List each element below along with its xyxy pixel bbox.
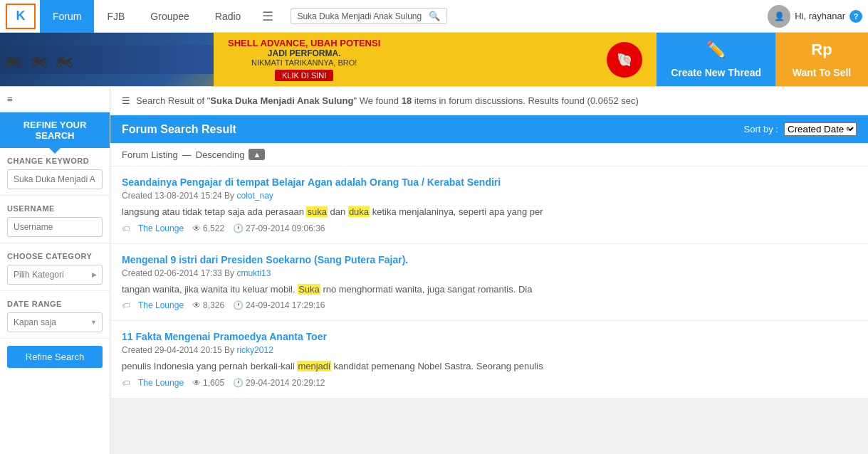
want-sell-label: Want To Sell bbox=[793, 66, 851, 79]
top-navigation: K Forum FJB Groupee Radio ☰ 🔍 👤 Hi, rayh… bbox=[0, 0, 868, 33]
forum-item: Seandainya Pengajar di tempat Belajar Ag… bbox=[110, 167, 868, 244]
category-select[interactable]: Pilih Kategori bbox=[7, 265, 103, 285]
hamburger-icon[interactable]: ☰ bbox=[253, 9, 282, 24]
sort-by-label: Sort by : bbox=[744, 124, 778, 134]
banner-text-block: SHELL ADVANCE, UBAH POTENSI JADI PERFORM… bbox=[228, 38, 380, 81]
item-footer-3: 🏷 The Lounge 👁 1,605 🕐 29-04-2014 20:29:… bbox=[122, 378, 857, 388]
eye-icon-3: 👁 bbox=[192, 378, 201, 388]
forum-item: Mengenal 9 istri dari Presiden Soekarno … bbox=[110, 244, 868, 322]
date-label: DATE RANGE bbox=[7, 300, 103, 308]
banner-row: 🏍 🏍 🏍 SHELL ADVANCE, UBAH POTENSI JADI P… bbox=[0, 33, 868, 87]
help-icon[interactable]: ? bbox=[849, 10, 862, 23]
clock-icon-3: 🕐 bbox=[233, 378, 244, 388]
sidebar-toggle[interactable]: ≡ bbox=[0, 87, 110, 112]
item-views-1: 👁 6,522 bbox=[192, 223, 224, 233]
forum-item: 11 Fakta Mengenai Pramoedya Ananta Toer … bbox=[110, 321, 868, 398]
eye-icon-2: 👁 bbox=[192, 300, 201, 310]
bike-shapes: 🏍 🏍 🏍 bbox=[3, 48, 74, 71]
result-count: 18 bbox=[402, 95, 412, 106]
avatar: 👤 bbox=[768, 5, 790, 28]
create-thread-label: Create New Thread bbox=[671, 66, 761, 79]
nav-search-box: 🔍 bbox=[291, 8, 447, 24]
highlight-3: Suka bbox=[298, 284, 320, 295]
banner-cta[interactable]: KLIK DI SINI bbox=[275, 70, 333, 81]
listing-toggle-button[interactable]: ▲ bbox=[249, 149, 265, 160]
item-title-2[interactable]: Mengenal 9 istri dari Presiden Soekarno … bbox=[122, 254, 857, 265]
shell-logo: 🐚 bbox=[607, 42, 642, 78]
item-title-3[interactable]: 11 Fakta Mengenai Pramoedya Ananta Toer bbox=[122, 331, 857, 342]
want-sell-icon: Rp bbox=[811, 40, 832, 60]
bike-3: 🏍 bbox=[54, 48, 74, 71]
category-select-wrap: Pilih Kategori bbox=[7, 265, 103, 285]
item-author-2[interactable]: cmukti13 bbox=[236, 268, 271, 278]
want-to-sell-button[interactable]: Rp Want To Sell bbox=[775, 33, 868, 86]
username-input[interactable] bbox=[7, 217, 103, 237]
item-category-1[interactable]: The Lounge bbox=[138, 223, 184, 233]
bike-2: 🏍 bbox=[28, 48, 48, 71]
username-filter-section: USERNAME bbox=[0, 196, 110, 243]
bike-1: 🏍 bbox=[3, 48, 23, 71]
item-author-1[interactable]: colot_nay bbox=[236, 191, 273, 201]
banner-sub: JADI PERFORMA. bbox=[228, 48, 380, 58]
sort-select-wrap: Created Date Relevance Views bbox=[784, 122, 857, 136]
keyword-input[interactable] bbox=[7, 169, 103, 189]
create-thread-icon: ✏️ bbox=[706, 40, 726, 60]
refine-your-search-button[interactable]: REFINE YOUR SEARCH bbox=[0, 112, 110, 148]
keyword-label: CHANGE KEYWORD bbox=[7, 157, 103, 165]
item-snippet-3: penulis Indonesia yang pernah berkali-ka… bbox=[122, 359, 857, 374]
banner-bikes: 🏍 🏍 🏍 bbox=[0, 45, 214, 74]
item-category-2[interactable]: The Lounge bbox=[138, 300, 184, 310]
date-select[interactable]: Kapan saja bbox=[7, 312, 103, 332]
forum-listing-bar: Forum Listing — Descending ▲ bbox=[110, 143, 868, 167]
nav-groupee[interactable]: Groupee bbox=[137, 0, 202, 33]
tag-icon-3: 🏷 bbox=[122, 379, 130, 387]
item-title-1[interactable]: Seandainya Pengajar di tempat Belajar Ag… bbox=[122, 176, 857, 188]
username-label: USERNAME bbox=[7, 204, 103, 213]
tag-icon-1: 🏷 bbox=[122, 224, 130, 233]
forum-search-header: Forum Search Result Sort by : Created Da… bbox=[110, 115, 868, 143]
highlight-2: duka bbox=[348, 206, 370, 217]
search-icon[interactable]: 🔍 bbox=[429, 11, 440, 21]
banner-tagline: NIKMATI TARIKANNYA, BRO! bbox=[228, 58, 380, 67]
sort-select[interactable]: Created Date Relevance Views bbox=[784, 122, 857, 136]
keyword-filter-section: CHANGE KEYWORD bbox=[0, 148, 110, 196]
banner-brand: SHELL ADVANCE, UBAH POTENSI bbox=[228, 38, 380, 48]
banner-content: SHELL ADVANCE, UBAH POTENSI JADI PERFORM… bbox=[214, 33, 657, 86]
user-area: 👤 Hi, rayhanar ? bbox=[768, 5, 862, 28]
create-thread-button[interactable]: ✏️ Create New Thread bbox=[657, 33, 775, 86]
search-keyword: Suka Duka Menjadi Anak Sulung bbox=[210, 95, 353, 106]
item-date-2: 🕐 24-09-2014 17:29:16 bbox=[233, 300, 325, 310]
content-area: ☰ Search Result of "Suka Duka Menjadi An… bbox=[110, 87, 868, 454]
item-meta-2: Created 02-06-2014 17:33 By cmukti13 bbox=[122, 268, 857, 278]
list-icon: ≡ bbox=[7, 94, 13, 105]
item-author-3[interactable]: ricky2012 bbox=[236, 345, 273, 355]
nav-radio[interactable]: Radio bbox=[202, 0, 254, 33]
refine-submit-button[interactable]: Refine Search bbox=[7, 346, 103, 368]
nav-forum[interactable]: Forum bbox=[40, 0, 94, 33]
search-input[interactable] bbox=[297, 11, 429, 21]
nav-fjb[interactable]: FJB bbox=[94, 0, 137, 33]
search-result-text: Search Result of "Suka Duka Menjadi Anak… bbox=[136, 95, 639, 106]
sort-by-area: Sort by : Created Date Relevance Views bbox=[744, 122, 857, 136]
highlight-1: suka bbox=[306, 206, 327, 217]
item-meta-1: Created 13-08-2014 15:24 By colot_nay bbox=[122, 191, 857, 201]
item-category-3[interactable]: The Lounge bbox=[138, 378, 184, 388]
banner-image: 🏍 🏍 🏍 SHELL ADVANCE, UBAH POTENSI JADI P… bbox=[0, 33, 657, 86]
search-result-bar: ☰ Search Result of "Suka Duka Menjadi An… bbox=[110, 87, 868, 115]
item-snippet-1: langsung atau tidak tetap saja ada peras… bbox=[122, 205, 857, 219]
tag-icon-2: 🏷 bbox=[122, 301, 130, 310]
sidebar: ≡ REFINE YOUR SEARCH CHANGE KEYWORD USER… bbox=[0, 87, 110, 454]
category-label: CHOOSE CATEGORY bbox=[7, 252, 103, 260]
date-select-wrap: Kapan saja bbox=[7, 312, 103, 332]
logo[interactable]: K bbox=[6, 4, 36, 29]
forum-listing-label: Forum Listing bbox=[122, 149, 178, 160]
item-views-3: 👁 1,605 bbox=[192, 378, 224, 388]
main-layout: ≡ REFINE YOUR SEARCH CHANGE KEYWORD USER… bbox=[0, 87, 868, 454]
item-footer-1: 🏷 The Lounge 👁 6,522 🕐 27-09-2014 09:06:… bbox=[122, 223, 857, 233]
item-date-3: 🕐 29-04-2014 20:29:12 bbox=[233, 378, 325, 388]
forum-search-title: Forum Search Result bbox=[122, 123, 236, 136]
highlight-5: menjadi bbox=[297, 361, 331, 371]
eye-icon-1: 👁 bbox=[192, 223, 201, 233]
result-time: 0.0652 bbox=[590, 95, 619, 106]
category-filter-section: CHOOSE CATEGORY Pilih Kategori bbox=[0, 243, 110, 291]
